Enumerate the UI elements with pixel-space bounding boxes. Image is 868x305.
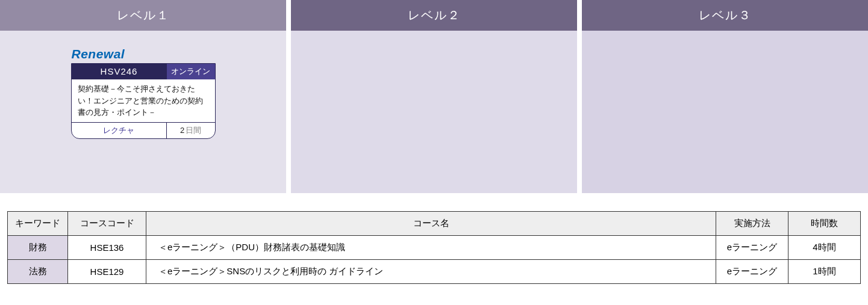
cell-hours: 1時間 bbox=[788, 260, 861, 284]
level-2-column: レベル２ bbox=[291, 0, 577, 193]
course-title: 契約基礎－今こそ押さえておきたい！エンジニアと営業のための契約書の見方・ポイント… bbox=[72, 79, 215, 123]
course-table-wrap: キーワード コースコード コース名 実施方法 時間数 財務 HSE136 ＜eラ… bbox=[0, 193, 868, 284]
card-top-row: HSV246 オンライン bbox=[72, 64, 215, 79]
th-name: コース名 bbox=[146, 212, 716, 236]
course-mode-badge: オンライン bbox=[167, 64, 215, 79]
levels-row: レベル１ Renewal HSV246 オンライン 契約基礎－今こそ押さえておき… bbox=[0, 0, 868, 193]
th-method: 実施方法 bbox=[716, 212, 788, 236]
cell-hours: 4時間 bbox=[788, 236, 861, 260]
level-3-body bbox=[582, 31, 868, 193]
duration-unit: 日間 bbox=[186, 126, 201, 135]
cell-keyword: 法務 bbox=[8, 260, 68, 284]
course-code: HSV246 bbox=[72, 64, 167, 79]
course-type: レクチャ bbox=[72, 123, 167, 138]
table-header-row: キーワード コースコード コース名 実施方法 時間数 bbox=[8, 212, 861, 236]
level-1-header: レベル１ bbox=[0, 0, 286, 31]
table-row: 財務 HSE136 ＜eラーニング＞（PDU）財務諸表の基礎知識 eラーニング … bbox=[8, 236, 861, 260]
level-3-column: レベル３ bbox=[582, 0, 868, 193]
cell-method: eラーニング bbox=[716, 260, 788, 284]
card-bottom-row: レクチャ 2日間 bbox=[72, 123, 215, 138]
th-keyword: キーワード bbox=[8, 212, 68, 236]
course-duration: 2日間 bbox=[167, 123, 215, 138]
renewal-badge: Renewal bbox=[72, 47, 125, 61]
duration-number: 2 bbox=[180, 126, 184, 135]
table-row: 法務 HSE129 ＜eラーニング＞SNSのリスクと利用時の ガイドライン eラ… bbox=[8, 260, 861, 284]
cell-method: eラーニング bbox=[716, 236, 788, 260]
course-table: キーワード コースコード コース名 実施方法 時間数 財務 HSE136 ＜eラ… bbox=[7, 211, 861, 284]
level-1-column: レベル１ Renewal HSV246 オンライン 契約基礎－今こそ押さえておき… bbox=[0, 0, 286, 193]
cell-code: HSE129 bbox=[68, 260, 146, 284]
cell-code: HSE136 bbox=[68, 236, 146, 260]
course-card[interactable]: Renewal HSV246 オンライン 契約基礎－今こそ押さえておきたい！エン… bbox=[71, 63, 216, 139]
cell-keyword: 財務 bbox=[8, 236, 68, 260]
level-1-body: Renewal HSV246 オンライン 契約基礎－今こそ押さえておきたい！エン… bbox=[0, 31, 286, 193]
cell-name: ＜eラーニング＞SNSのリスクと利用時の ガイドライン bbox=[146, 260, 716, 284]
th-hours: 時間数 bbox=[788, 212, 861, 236]
cell-name: ＜eラーニング＞（PDU）財務諸表の基礎知識 bbox=[146, 236, 716, 260]
level-3-header: レベル３ bbox=[582, 0, 868, 31]
level-2-body bbox=[291, 31, 577, 193]
th-code: コースコード bbox=[68, 212, 146, 236]
level-2-header: レベル２ bbox=[291, 0, 577, 31]
